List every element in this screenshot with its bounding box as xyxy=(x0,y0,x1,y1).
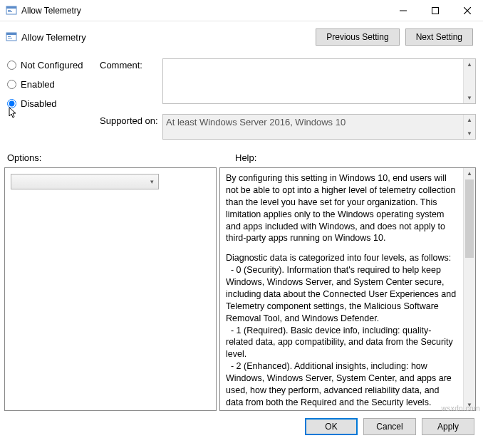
comment-scrollbar[interactable]: ▲ ▼ xyxy=(463,59,475,103)
radio-not-configured-label: Not Configured xyxy=(21,60,83,71)
policy-title: Allow Telemetry xyxy=(21,32,86,43)
window-title: Allow Telemetry xyxy=(21,6,387,16)
pane-labels: Options: Help: xyxy=(0,144,483,166)
help-text: By configuring this setting in Windows 1… xyxy=(220,168,463,410)
radio-enabled[interactable]: Enabled xyxy=(7,79,93,90)
config-section: Not Configured Enabled Disabled Comment:… xyxy=(0,58,483,144)
state-radios: Not Configured Enabled Disabled xyxy=(7,58,93,144)
svg-rect-5 xyxy=(432,7,438,14)
svg-rect-9 xyxy=(6,33,16,35)
comment-field[interactable]: ▲ ▼ xyxy=(162,58,476,104)
radio-enabled-label: Enabled xyxy=(21,79,55,90)
scroll-up-icon[interactable]: ▲ xyxy=(464,168,475,179)
fields: Comment: ▲ ▼ Supported on: At least Wind… xyxy=(100,58,476,144)
svg-rect-11 xyxy=(8,38,12,38)
radio-disabled[interactable]: Disabled xyxy=(7,98,93,109)
window-controls xyxy=(387,0,483,21)
watermark: wsxdn.com xyxy=(441,405,480,412)
apply-button[interactable]: Apply xyxy=(422,418,474,435)
scroll-down-icon[interactable]: ▼ xyxy=(464,93,475,103)
options-pane: ▾ xyxy=(4,167,217,411)
options-dropdown[interactable]: ▾ xyxy=(11,174,159,189)
footer: OK Cancel Apply xyxy=(0,411,483,442)
radio-disabled-label: Disabled xyxy=(21,98,57,109)
svg-rect-10 xyxy=(8,36,11,37)
previous-setting-button[interactable]: Previous Setting xyxy=(316,28,399,46)
radio-not-configured-input[interactable] xyxy=(7,61,16,70)
minimize-button[interactable] xyxy=(387,0,419,21)
header: Allow Telemetry Previous Setting Next Se… xyxy=(0,21,483,58)
titlebar: Allow Telemetry xyxy=(0,0,483,21)
scroll-down-icon[interactable]: ▼ xyxy=(464,128,475,139)
cancel-button[interactable]: Cancel xyxy=(363,418,416,435)
supported-label: Supported on: xyxy=(100,114,162,126)
supported-value: At least Windows Server 2016, Windows 10 xyxy=(163,115,463,139)
help-pane: By configuring this setting in Windows 1… xyxy=(219,167,476,411)
main-panes: ▾ By configuring this setting in Windows… xyxy=(0,166,483,411)
close-button[interactable] xyxy=(451,0,483,21)
next-setting-button[interactable]: Next Setting xyxy=(405,28,473,46)
help-label: Help: xyxy=(235,152,256,163)
app-icon xyxy=(6,5,17,16)
comment-textarea[interactable] xyxy=(163,59,463,103)
help-paragraph-1: By configuring this setting in Windows 1… xyxy=(226,172,457,244)
svg-rect-1 xyxy=(6,6,16,9)
maximize-button[interactable] xyxy=(419,0,451,21)
options-label: Options: xyxy=(7,152,235,163)
help-paragraph-2: Diagnostic data is categorized into four… xyxy=(226,252,457,410)
policy-icon xyxy=(6,31,17,43)
supported-field: At least Windows Server 2016, Windows 10… xyxy=(162,114,476,140)
scroll-up-icon[interactable]: ▲ xyxy=(464,115,475,125)
chevron-down-icon: ▾ xyxy=(145,178,158,185)
scrollbar-thumb[interactable] xyxy=(465,179,474,258)
radio-enabled-input[interactable] xyxy=(7,80,16,89)
svg-rect-2 xyxy=(8,10,11,11)
scroll-up-icon[interactable]: ▲ xyxy=(464,59,475,70)
supported-scrollbar[interactable]: ▲ ▼ xyxy=(463,115,475,139)
scrollbar-track[interactable] xyxy=(464,259,475,400)
radio-disabled-input[interactable] xyxy=(7,99,16,108)
help-scrollbar[interactable]: ▲ ▼ xyxy=(463,168,475,410)
cursor-icon xyxy=(9,107,19,122)
radio-not-configured[interactable]: Not Configured xyxy=(7,60,93,71)
ok-button[interactable]: OK xyxy=(305,418,358,435)
svg-rect-3 xyxy=(8,11,12,12)
comment-label: Comment: xyxy=(100,58,162,71)
